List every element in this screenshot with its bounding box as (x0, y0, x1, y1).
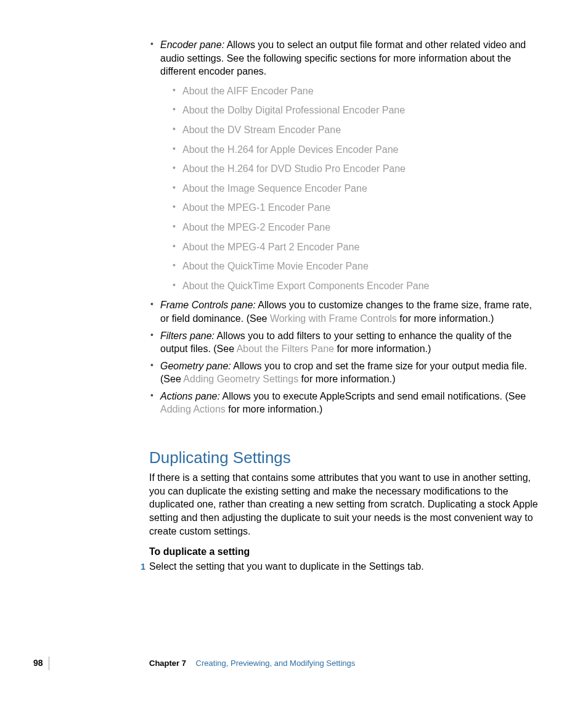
encoder-link[interactable]: About the H.264 for DVD Studio Pro Encod… (182, 163, 406, 174)
list-item: About the Dolby Digital Professional Enc… (171, 104, 540, 117)
encoder-link[interactable]: About the DV Stream Encoder Pane (182, 125, 341, 135)
encoder-term: Encoder pane: (160, 39, 224, 50)
list-item: About the MPEG-2 Encoder Pane (171, 221, 540, 234)
chapter-label: Chapter 7 (149, 659, 186, 668)
page-number: 98 (33, 657, 43, 669)
filters-link[interactable]: About the Filters Pane (237, 343, 334, 354)
list-item: About the H.264 for DVD Studio Pro Encod… (171, 162, 540, 176)
encoder-links-list: About the AIFF Encoder Pane About the Do… (160, 84, 540, 293)
frame-term: Frame Controls pane: (160, 300, 256, 310)
encoder-pane-item: Encoder pane: Allows you to select an ou… (149, 38, 540, 292)
actions-pane-item: Actions pane: Allows you to execute Appl… (149, 390, 540, 416)
actions-link[interactable]: Adding Actions (160, 404, 226, 414)
step-row: 1 Select the setting that you want to du… (132, 560, 540, 573)
step-number: 1 (132, 561, 145, 573)
encoder-link[interactable]: About the MPEG-1 Encoder Pane (182, 202, 330, 213)
geometry-pane-item: Geometry pane: Allows you to crop and se… (149, 359, 540, 386)
page-footer: 98 Chapter 7 Creating, Previewing, and M… (0, 660, 588, 675)
encoder-link[interactable]: About the MPEG-2 Encoder Pane (182, 222, 330, 232)
filters-pane-item: Filters pane: Allows you to add filters … (149, 329, 540, 356)
encoder-link[interactable]: About the MPEG-4 Part 2 Encoder Pane (182, 242, 359, 252)
list-item: About the QuickTime Movie Encoder Pane (171, 260, 540, 273)
footer-divider (49, 657, 49, 670)
filters-term: Filters pane: (160, 330, 214, 341)
frame-controls-item: Frame Controls pane: Allows you to custo… (149, 298, 540, 325)
geometry-link[interactable]: Adding Geometry Settings (183, 374, 298, 384)
section-body: If there is a setting that contains some… (149, 471, 540, 538)
list-item: About the QuickTime Export Components En… (171, 279, 540, 293)
footer-chapter: Chapter 7 Creating, Previewing, and Modi… (149, 658, 355, 669)
encoder-link[interactable]: About the QuickTime Export Components En… (182, 281, 430, 291)
encoder-link[interactable]: About the Image Sequence Encoder Pane (182, 183, 367, 194)
actions-after: for more information.) (226, 404, 322, 414)
frame-link[interactable]: Working with Frame Controls (270, 313, 397, 324)
page: Encoder pane: Allows you to select an ou… (0, 0, 588, 706)
encoder-link[interactable]: About the H.264 for Apple Devices Encode… (182, 144, 398, 155)
list-item: About the Image Sequence Encoder Pane (171, 182, 540, 195)
encoder-link[interactable]: About the AIFF Encoder Pane (182, 86, 314, 96)
chapter-title: Creating, Previewing, and Modifying Sett… (196, 659, 356, 668)
content-area: Encoder pane: Allows you to select an ou… (149, 38, 540, 573)
geometry-term: Geometry pane: (160, 361, 231, 371)
actions-term: Actions pane: (160, 391, 220, 401)
section-heading: Duplicating Settings (149, 447, 540, 469)
list-item: About the DV Stream Encoder Pane (171, 123, 540, 137)
geometry-after: for more information.) (298, 374, 395, 384)
procedure-heading: To duplicate a setting (149, 545, 540, 559)
frame-after: for more information.) (397, 313, 494, 324)
list-item: About the H.264 for Apple Devices Encode… (171, 143, 540, 157)
actions-before: Allows you to execute AppleScripts and s… (220, 391, 526, 401)
list-item: About the MPEG-4 Part 2 Encoder Pane (171, 240, 540, 254)
panes-list: Encoder pane: Allows you to select an ou… (149, 38, 540, 416)
list-item: About the MPEG-1 Encoder Pane (171, 201, 540, 215)
filters-after: for more information.) (334, 343, 431, 354)
step-text: Select the setting that you want to dupl… (149, 560, 424, 573)
encoder-link[interactable]: About the Dolby Digital Professional Enc… (182, 105, 405, 115)
encoder-link[interactable]: About the QuickTime Movie Encoder Pane (182, 261, 369, 271)
list-item: About the AIFF Encoder Pane (171, 84, 540, 98)
